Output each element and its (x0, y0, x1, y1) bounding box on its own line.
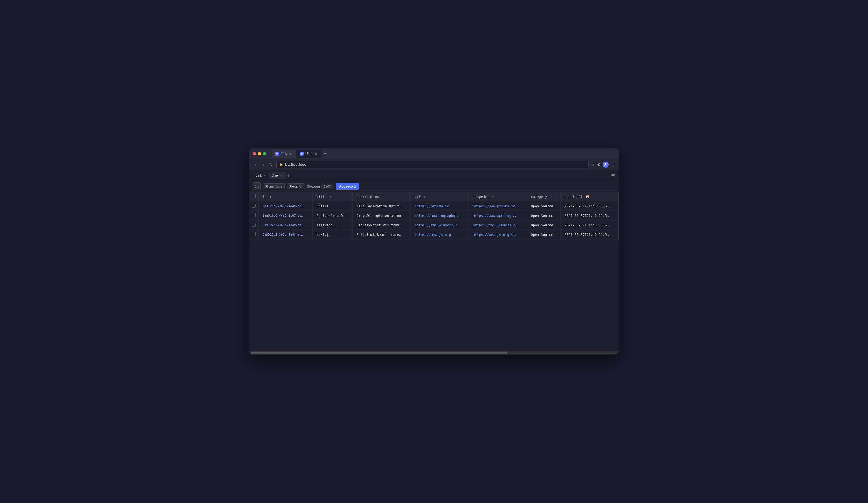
header-imageurl[interactable]: imageUrl ↑ (469, 192, 527, 201)
row-0-url[interactable]: https://prisma.io (411, 201, 469, 211)
row-0-description[interactable]: Next Generation ORM f… (353, 201, 411, 211)
settings-icon[interactable] (611, 173, 615, 178)
refresh-button[interactable] (253, 182, 261, 190)
forward-button[interactable]: › (261, 162, 266, 167)
table-row[interactable]: 8a9020b2-363b-4a4f-ad…Next.jsFullstack R… (249, 230, 619, 240)
row-3-checkbox-cell (249, 230, 258, 240)
close-traffic-light[interactable] (253, 152, 256, 155)
row-2-url[interactable]: https://tailwindcss.c… (411, 220, 469, 230)
row-3-category[interactable]: Open Source (527, 230, 560, 240)
bookmark-icon[interactable]: ☆ (591, 162, 595, 167)
browser-tab-link[interactable]: Link ✕ (272, 150, 296, 158)
new-tab-button[interactable]: + (322, 150, 329, 157)
browser-tab-area: Link ✕ User ✕ + (272, 150, 615, 158)
row-2-checkbox[interactable] (252, 223, 256, 227)
row-3-title[interactable]: Next.js (312, 230, 353, 240)
description-sort-icon: ↑ (382, 195, 384, 198)
maximize-traffic-light[interactable] (263, 152, 266, 155)
table-body: 2a3121b2-363b-4a4f-ad…PrismaNext Generat… (249, 201, 619, 240)
table-row[interactable]: 2a3121b2-363b-4a4f-ad…PrismaNext Generat… (249, 201, 619, 211)
id-sort-icon: ↑ (270, 195, 271, 198)
tab-label-user: User (306, 152, 312, 156)
minimize-traffic-light[interactable] (258, 152, 261, 155)
row-0-createdat[interactable]: 2021-05-07T21:40:31.5… (560, 201, 619, 211)
filters-button[interactable]: Filters None (263, 183, 285, 189)
header-createdat[interactable]: createdAt 📅 (560, 192, 619, 201)
title-bar: Link ✕ User ✕ + (249, 148, 619, 159)
row-2-category[interactable]: Open Source (527, 220, 560, 230)
tab-close-link[interactable]: ✕ (289, 152, 292, 156)
category-sort-icon: ↑ (550, 195, 552, 198)
header-title[interactable]: title ↑ (312, 192, 353, 201)
header-description[interactable]: description ↑ (353, 192, 411, 201)
header-id[interactable]: id ↑ (258, 192, 312, 201)
row-2-imageurl[interactable]: https://tailwindcss.c… (469, 220, 527, 230)
row-3-description[interactable]: Fullstack React frame… (353, 230, 411, 240)
row-1-category[interactable]: Open Source (527, 211, 560, 220)
table-header: id ↑ title ↑ description ↑ url ↑ (249, 192, 619, 201)
filters-label: Filters (265, 185, 274, 188)
fields-label: Fields (289, 185, 298, 188)
row-3-id[interactable]: 8a9020b2-363b-4a4f-ad… (258, 230, 312, 240)
model-tab-user[interactable]: User ✕ (269, 172, 286, 179)
imageurl-sort-icon: ↑ (492, 195, 494, 198)
add-record-button[interactable]: Add record (336, 183, 359, 190)
row-1-url[interactable]: https://apollographql… (411, 211, 469, 220)
tab-icon-user (300, 152, 304, 156)
row-1-id[interactable]: 2ea8cfb0-44a3-4c07-bd… (258, 211, 312, 220)
row-2-id[interactable]: 6a9122b2-363b-4a4f-ad… (258, 220, 312, 230)
scrollbar-thumb[interactable] (250, 353, 507, 354)
header-checkbox (249, 192, 258, 201)
horizontal-scrollbar[interactable] (249, 351, 619, 355)
url-bar[interactable]: 🔒 localhost:5555 (276, 161, 589, 168)
row-0-category[interactable]: Open Source (527, 201, 560, 211)
row-0-imageurl[interactable]: https://www.prisma.io… (469, 201, 527, 211)
reload-button[interactable]: ↻ (268, 162, 274, 167)
showing-count: 4 of 4 (321, 184, 334, 189)
row-1-title[interactable]: Apollo GraphQL (312, 211, 353, 220)
filters-value: None (275, 185, 282, 188)
table-row[interactable]: 2ea8cfb0-44a3-4c07-bd…Apollo GraphQLGrap… (249, 211, 619, 220)
model-tab-link-label: Link (256, 174, 262, 177)
row-3-createdat[interactable]: 2021-05-07T21:40:31.5… (560, 230, 619, 240)
model-tab-close-user[interactable]: ✕ (280, 174, 283, 177)
empty-content-area (249, 240, 619, 351)
header-url[interactable]: url ↑ (411, 192, 469, 201)
address-actions: ☆ ⚙ ⋮ (591, 161, 615, 168)
toolbar: Filters None Fields All Showing 4 of 4 A… (249, 181, 619, 192)
header-category[interactable]: category ↑ (527, 192, 560, 201)
row-1-description[interactable]: GraphQL implementation (353, 211, 411, 220)
row-3-url[interactable]: https://nextjs.org (411, 230, 469, 240)
extensions-icon[interactable]: ⚙ (597, 162, 600, 167)
row-1-checkbox-cell (249, 211, 258, 220)
user-avatar[interactable] (603, 161, 609, 168)
browser-tab-user[interactable]: User ✕ (297, 150, 321, 158)
model-tab-bar: Link ✕ User ✕ + (249, 170, 619, 181)
tab-close-user[interactable]: ✕ (314, 152, 318, 156)
row-0-id[interactable]: 2a3121b2-363b-4a4f-ad… (258, 201, 312, 211)
createdat-calendar-icon: 📅 (586, 195, 590, 199)
row-3-imageurl[interactable]: https://nextjs.org/st… (469, 230, 527, 240)
row-0-title[interactable]: Prisma (312, 201, 353, 211)
model-tab-close-link[interactable]: ✕ (264, 174, 266, 177)
back-button[interactable]: ‹ (253, 162, 258, 167)
select-all-checkbox[interactable] (252, 194, 256, 198)
row-0-checkbox[interactable] (252, 204, 256, 208)
row-3-checkbox[interactable] (252, 232, 256, 236)
traffic-lights (253, 152, 266, 155)
fields-value: All (299, 185, 302, 188)
row-2-checkbox-cell (249, 220, 258, 230)
row-2-title[interactable]: TailwindCSS (312, 220, 353, 230)
fields-button[interactable]: Fields All (287, 183, 305, 189)
row-1-imageurl[interactable]: https://www.apollogra… (469, 211, 527, 220)
showing-badge: Showing 4 of 4 (307, 184, 334, 189)
row-2-createdat[interactable]: 2021-05-07T21:40:31.5… (560, 220, 619, 230)
row-1-createdat[interactable]: 2021-05-07T21:40:31.5… (560, 211, 619, 220)
table-row[interactable]: 6a9122b2-363b-4a4f-ad…TailwindCSSUtility… (249, 220, 619, 230)
tab-label-link: Link (281, 152, 287, 156)
row-1-checkbox[interactable] (252, 213, 256, 217)
row-2-description[interactable]: Utility-fist css fram… (353, 220, 411, 230)
menu-icon[interactable]: ⋮ (611, 162, 615, 167)
model-tab-link[interactable]: Link ✕ (253, 172, 268, 179)
add-model-tab-button[interactable]: + (287, 173, 290, 178)
